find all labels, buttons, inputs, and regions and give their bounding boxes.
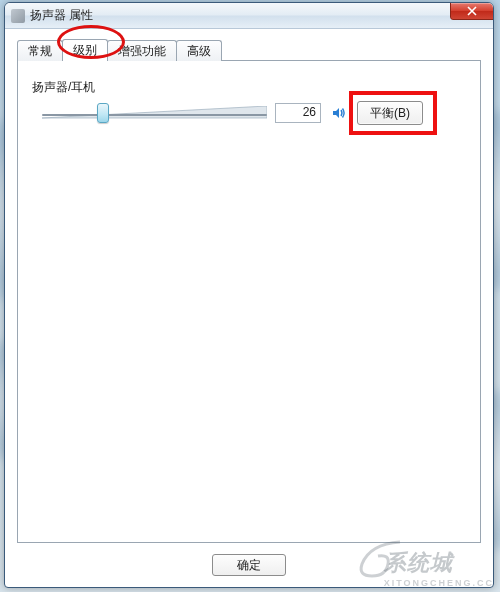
tab-label: 常规 — [28, 43, 52, 60]
tab-enhancements[interactable]: 增强功能 — [107, 40, 177, 61]
ok-button-label: 确定 — [237, 557, 261, 574]
close-button[interactable] — [450, 2, 494, 20]
svg-marker-0 — [42, 106, 267, 118]
balance-button-label: 平衡(B) — [370, 105, 410, 122]
tab-general[interactable]: 常规 — [17, 40, 63, 61]
volume-slider[interactable] — [42, 100, 267, 126]
tab-label: 增强功能 — [118, 43, 166, 60]
window-title: 扬声器 属性 — [30, 7, 93, 24]
app-icon — [11, 9, 25, 23]
tab-advanced[interactable]: 高级 — [176, 40, 222, 61]
level-row: 26 平衡(B) — [32, 100, 466, 126]
tab-levels[interactable]: 级别 — [62, 39, 108, 61]
volume-value[interactable]: 26 — [275, 103, 321, 123]
close-icon — [467, 6, 477, 16]
tab-page-levels: 扬声器/耳机 26 — [17, 60, 481, 543]
tab-label: 级别 — [73, 42, 97, 59]
speaker-on-icon — [331, 105, 347, 121]
balance-button[interactable]: 平衡(B) — [357, 101, 423, 125]
properties-window: 扬声器 属性 常规 级别 增强功能 高级 扬声器/耳机 — [4, 2, 494, 588]
ok-button[interactable]: 确定 — [212, 554, 286, 576]
slider-thumb[interactable] — [97, 103, 109, 123]
dialog-footer: 确定 — [17, 543, 481, 587]
tab-label: 高级 — [187, 43, 211, 60]
titlebar[interactable]: 扬声器 属性 — [5, 3, 493, 29]
client-area: 常规 级别 增强功能 高级 扬声器/耳机 — [5, 29, 493, 587]
tab-strip: 常规 级别 增强功能 高级 — [17, 39, 481, 61]
device-group-label: 扬声器/耳机 — [32, 79, 466, 96]
mute-toggle[interactable] — [329, 103, 349, 123]
